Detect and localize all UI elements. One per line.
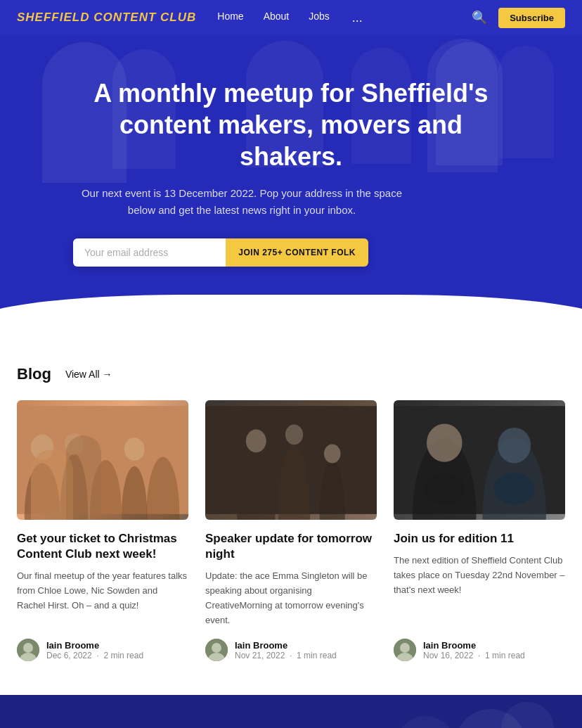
blog-header: Blog View All → xyxy=(17,365,565,383)
footer-bg-people xyxy=(0,695,582,728)
svg-point-22 xyxy=(212,643,221,653)
author-meta: Dec 6, 2022 · 2 min read xyxy=(46,651,143,660)
hero-section: A monthly meetup for Sheffield's content… xyxy=(0,35,582,323)
hero-title: A monthly meetup for Sheffield's content… xyxy=(73,77,509,172)
author-name: Iain Broome xyxy=(235,640,337,651)
author-avatar xyxy=(205,639,228,661)
nav-jobs[interactable]: Jobs xyxy=(309,11,330,25)
svg-rect-9 xyxy=(17,406,188,514)
blog-card-title[interactable]: Join us for edition 11 xyxy=(394,531,565,547)
blog-card: Join us for edition 11 The next edition … xyxy=(394,400,565,661)
subscribe-button[interactable]: Subscribe xyxy=(498,8,565,28)
blog-image-svg xyxy=(17,400,188,520)
blog-card-author: Iain Broome Dec 6, 2022 · 2 min read xyxy=(17,639,188,661)
blog-grid: Get your ticket to Christmas Content Clu… xyxy=(17,400,565,661)
svg-point-11 xyxy=(23,643,33,653)
blog-card: Get your ticket to Christmas Content Clu… xyxy=(17,400,188,661)
blog-section: Blog View All → Get yo xyxy=(0,323,582,695)
search-icon[interactable]: 🔍 xyxy=(472,10,487,25)
blog-view-all[interactable]: View All → xyxy=(65,369,112,380)
blog-card-image[interactable] xyxy=(394,400,565,520)
navigation: SHEFFIELD CoNTENT CLuB Home About Jobs .… xyxy=(0,0,582,35)
nav-links: Home About Jobs ... xyxy=(217,11,472,25)
hero-email-input[interactable] xyxy=(73,238,226,267)
blog-card-image[interactable] xyxy=(205,400,377,520)
hero-email-form: JOIN 275+ CONTENT FOLK xyxy=(73,238,368,267)
blog-card-excerpt: The next edition of Sheffield Content Cl… xyxy=(394,554,565,627)
blog-card-title[interactable]: Speaker update for tomorrow night xyxy=(205,531,377,562)
author-info: Iain Broome Dec 6, 2022 · 2 min read xyxy=(46,640,143,660)
hero-cta-button[interactable]: JOIN 275+ CONTENT FOLK xyxy=(226,238,368,267)
blog-card: Speaker update for tomorrow night Update… xyxy=(205,400,377,661)
svg-rect-31 xyxy=(394,406,565,514)
svg-point-33 xyxy=(400,643,410,653)
author-meta: Nov 21, 2022 · 1 min read xyxy=(235,651,337,660)
nav-about[interactable]: About xyxy=(264,11,290,25)
blog-image-svg xyxy=(394,400,565,520)
blog-card-image[interactable] xyxy=(17,400,188,520)
site-logo[interactable]: SHEFFIELD CoNTENT CLuB xyxy=(17,11,196,25)
author-avatar xyxy=(17,639,39,661)
hero-content: A monthly meetup for Sheffield's content… xyxy=(73,77,509,267)
footer-cta-section: A monthly meetup for Sheffield's content… xyxy=(0,695,582,728)
author-info: Iain Broome Nov 21, 2022 · 1 min read xyxy=(235,640,337,660)
blog-card-excerpt: Update: the ace Emma Singleton will be s… xyxy=(205,569,377,627)
blog-card-excerpt: Our final meetup of the year features ta… xyxy=(17,569,188,627)
hero-subtitle: Our next event is 13 December 2022. Pop … xyxy=(73,185,410,219)
svg-rect-20 xyxy=(205,406,377,514)
svg-point-2 xyxy=(60,454,88,520)
blog-image-svg xyxy=(205,400,377,520)
nav-more[interactable]: ... xyxy=(352,11,363,25)
blog-card-author: Iain Broome Nov 16, 2022 · 1 min read xyxy=(394,639,565,661)
blog-card-title[interactable]: Get your ticket to Christmas Content Clu… xyxy=(17,531,188,562)
author-info: Iain Broome Nov 16, 2022 · 1 min read xyxy=(423,640,525,660)
author-avatar xyxy=(394,639,416,661)
nav-home[interactable]: Home xyxy=(217,11,243,25)
author-meta: Nov 16, 2022 · 1 min read xyxy=(423,651,525,660)
blog-card-author: Iain Broome Nov 21, 2022 · 1 min read xyxy=(205,639,377,661)
author-name: Iain Broome xyxy=(423,640,525,651)
nav-right: 🔍 Subscribe xyxy=(472,8,565,28)
author-name: Iain Broome xyxy=(46,640,143,651)
blog-section-title: Blog xyxy=(17,365,51,383)
